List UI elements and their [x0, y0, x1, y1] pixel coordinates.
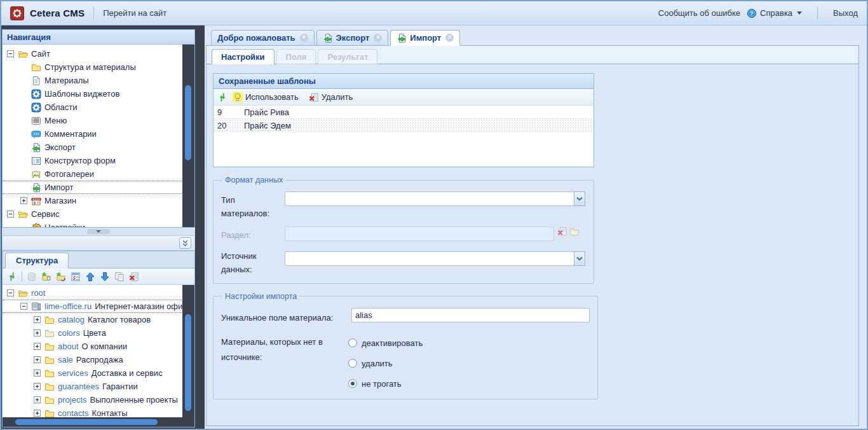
tree-expander-minus-icon[interactable]: [7, 289, 14, 296]
tab-close-icon[interactable]: ×: [445, 34, 454, 42]
toolbar-new-folder-link-icon[interactable]: [56, 272, 66, 282]
report-error-link[interactable]: Сообщить об ошибке: [658, 8, 740, 18]
nav-item-label: Фотогалереи: [44, 169, 94, 179]
main-tab-inactive[interactable]: Экспорт×: [316, 30, 389, 46]
structure-tree-item[interactable]: colorsЦвета: [3, 326, 194, 340]
section-clear-icon[interactable]: [557, 226, 567, 237]
structure-hscrollbar-thumb[interactable]: [15, 419, 158, 425]
tree-expander-plus-icon[interactable]: [34, 329, 41, 336]
structure-tree-item[interactable]: root: [3, 286, 194, 300]
tab-close-icon[interactable]: ×: [300, 34, 308, 42]
logout-link[interactable]: Выход: [833, 8, 858, 18]
nav-tree-item[interactable]: Сайт: [3, 47, 194, 60]
radio-unselected-icon[interactable]: [348, 338, 357, 347]
structure-item-alias: sale: [58, 355, 73, 364]
tree-expander-minus-icon[interactable]: [7, 211, 14, 218]
radio-option[interactable]: удалить: [348, 359, 423, 368]
structure-tree-item[interactable]: aboutО компании: [3, 340, 194, 353]
main-tab-inactive[interactable]: Добро пожаловать×: [211, 30, 315, 46]
splitter-collapse-handle[interactable]: [87, 229, 110, 234]
tree-expander-plus-icon[interactable]: [20, 197, 27, 204]
nav-tree-item[interactable]: Импорт: [3, 181, 194, 194]
refresh-icon[interactable]: [217, 92, 227, 102]
structure-tree-item[interactable]: guaranteesГарантии: [3, 380, 194, 393]
use-button[interactable]: Использовать: [245, 92, 299, 102]
structure-tree-item[interactable]: catalogКаталог товаров: [3, 313, 194, 326]
tree-expander-plus-icon[interactable]: [34, 316, 41, 323]
delete-button[interactable]: Удалить: [322, 92, 353, 102]
nav-tree-item[interactable]: Материалы: [3, 74, 194, 87]
nav-scrollbar-thumb[interactable]: [185, 85, 191, 160]
material-type-input[interactable]: [285, 191, 574, 206]
toolbar-arrow-down-icon[interactable]: [100, 272, 110, 282]
help-label: Справка: [760, 8, 792, 18]
nav-tree-item[interactable]: Конструктор форм: [3, 154, 194, 167]
nav-tree-item[interactable]: Области: [3, 101, 194, 114]
structure-tree-item[interactable]: servicesДоставка и сервис: [3, 366, 194, 380]
structure-hscrollbar-track[interactable]: [3, 417, 182, 427]
toolbar-database-icon[interactable]: [27, 272, 37, 282]
nav-scrollbar-track[interactable]: [182, 45, 194, 227]
help-menu[interactable]: ? Справка: [747, 8, 802, 18]
structure-tree-item[interactable]: saleРаспродажа: [3, 353, 194, 366]
tree-expander-minus-icon[interactable]: [7, 50, 14, 57]
unique-field-input[interactable]: [351, 308, 590, 322]
data-source-input[interactable]: [285, 251, 574, 266]
tab-structure[interactable]: Структура: [5, 253, 69, 268]
nav-tree-item[interactable]: Настройки: [3, 221, 194, 227]
combo-trigger-icon[interactable]: [574, 191, 585, 206]
tree-expander-plus-icon[interactable]: [34, 383, 41, 390]
main-tabstrip: Добро пожаловать×Экспорт×Импорт×: [211, 30, 460, 46]
main-region: Добро пожаловать×Экспорт×Импорт× Настрой…: [205, 25, 867, 429]
saved-templates-panel: Сохраненные шаблоны Использовать Удалить…: [213, 73, 594, 167]
sub-tabstrip: НастройкиПоляРезультат: [207, 46, 858, 64]
tree-expander-plus-icon[interactable]: [34, 410, 41, 417]
use-bulb-icon[interactable]: [233, 92, 243, 102]
toolbar-arrow-up-icon[interactable]: [85, 272, 95, 282]
nav-tree-item[interactable]: Магазин: [3, 194, 194, 207]
tree-expander-plus-icon[interactable]: [34, 396, 41, 403]
section-browse-folder-icon[interactable]: [569, 226, 580, 237]
nav-tree-item[interactable]: Экспорт: [3, 141, 194, 154]
tree-expander-plus-icon[interactable]: [34, 356, 41, 363]
toolbar-new-folder-icon[interactable]: [41, 272, 51, 282]
nav-tree-item[interactable]: Шаблоны виджетов: [3, 87, 194, 101]
tab-close-icon[interactable]: ×: [374, 34, 382, 42]
folder-icon: [44, 342, 55, 352]
import-settings-legend: Настройки импорта: [222, 292, 299, 301]
structure-tree-item[interactable]: lime-office.ruИнтернет-магазин офисной м…: [3, 300, 194, 313]
delete-icon[interactable]: [309, 92, 319, 102]
collapse-double-chevron-icon[interactable]: [179, 237, 191, 249]
radio-option[interactable]: деактивировать: [348, 338, 423, 348]
sub-tab[interactable]: Настройки: [212, 49, 275, 64]
toolbar-delete-icon[interactable]: [129, 272, 139, 282]
radio-option[interactable]: не трогать: [348, 379, 423, 389]
tree-expander-plus-icon[interactable]: [34, 343, 41, 350]
structure-item-title: Доставка и сервис: [92, 368, 163, 378]
goto-site-link[interactable]: Перейти на сайт: [103, 8, 166, 18]
material-type-select[interactable]: [285, 191, 585, 206]
structure-tree-item[interactable]: projectsВыполненные проекты: [3, 393, 194, 406]
import-icon: [31, 183, 41, 193]
toolbar-copy-icon[interactable]: [114, 272, 125, 282]
toolbar-properties-icon[interactable]: [71, 272, 81, 282]
template-row[interactable]: 9Прайс Рива: [214, 106, 593, 119]
combo-trigger-icon[interactable]: [574, 251, 585, 266]
nav-tree-item[interactable]: Сервис: [3, 207, 194, 221]
main-tab-active[interactable]: Импорт×: [390, 30, 460, 46]
radio-selected-icon[interactable]: [348, 379, 357, 388]
help-icon: ?: [747, 8, 757, 18]
nav-tree-item[interactable]: Фотогалереи: [3, 167, 194, 181]
panel-splitter[interactable]: [2, 228, 195, 235]
tree-expander-minus-icon[interactable]: [20, 303, 27, 310]
structure-vscrollbar-thumb[interactable]: [185, 314, 191, 411]
nav-tree-item[interactable]: Комментарии: [3, 127, 194, 141]
data-source-select[interactable]: [285, 251, 585, 266]
tree-expander-plus-icon[interactable]: [34, 370, 41, 377]
structure-vscrollbar-track[interactable]: [182, 285, 194, 417]
radio-unselected-icon[interactable]: [348, 359, 357, 368]
nav-tree-item[interactable]: Структура и материалы: [3, 60, 194, 74]
template-row[interactable]: 20Прайс Эдем: [214, 119, 593, 132]
nav-tree-item[interactable]: Меню: [3, 114, 194, 127]
toolbar-refresh-icon[interactable]: [7, 272, 17, 282]
